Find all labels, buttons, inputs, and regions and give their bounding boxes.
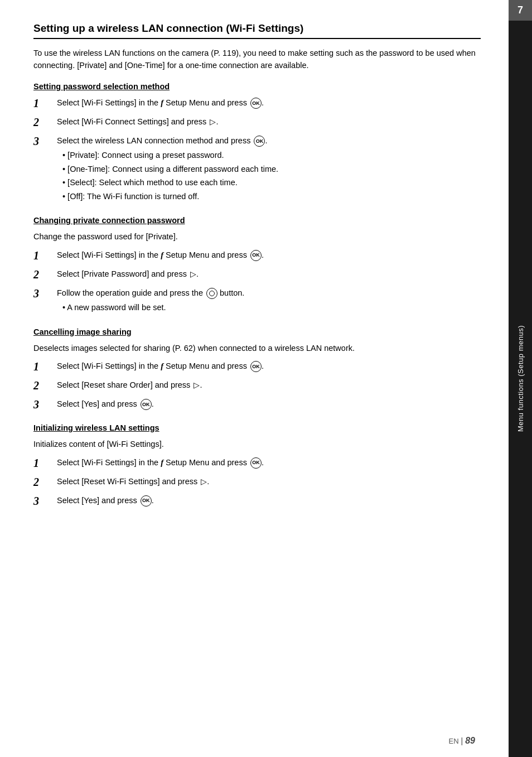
step-number: 1 xyxy=(33,360,54,373)
step-item: 1 Select [Wi-Fi Settings] in the f Setup… xyxy=(33,360,481,373)
bullet-list: [Private]: Connect using a preset passwo… xyxy=(62,149,481,202)
ok-icon: OK xyxy=(250,98,262,109)
bullet-text: A new password will be set. xyxy=(67,303,166,312)
step-item: 1 Select [Wi-Fi Settings] in the f Setup… xyxy=(33,97,481,110)
step-content: Select the wireless LAN connection metho… xyxy=(57,134,481,204)
step-number: 2 xyxy=(33,379,54,392)
step-item: 1 Select [Wi-Fi Settings] in the f Setup… xyxy=(33,249,481,262)
steps-list: 1 Select [Wi-Fi Settings] in the f Setup… xyxy=(33,97,481,204)
step-number: 2 xyxy=(33,268,54,281)
steps-list: 1 Select [Wi-Fi Settings] in the f Setup… xyxy=(33,249,481,315)
step-number: 2 xyxy=(33,475,54,489)
bullet-item: [One-Time]: Connect using a different pa… xyxy=(62,163,481,175)
step-item: 1 Select [Wi-Fi Settings] in the f Setup… xyxy=(33,456,481,470)
page-footer-text: EN | 89 xyxy=(449,736,476,746)
section-desc-initializing: Initializes content of [Wi-Fi Settings]. xyxy=(33,438,481,450)
step-content: Select [Reset share Order] and press ▷. xyxy=(57,379,481,392)
section-desc-changing: Change the password used for [Private]. xyxy=(33,230,481,243)
ok-icon: OK xyxy=(141,399,152,410)
ok-icon: OK xyxy=(250,457,262,469)
arrow-right-icon: ▷ xyxy=(190,268,196,281)
step-item: 2 Select [Private Password] and press ▷. xyxy=(33,268,481,281)
target-icon xyxy=(206,288,217,299)
bullet-text: [One-Time]: Connect using a different pa… xyxy=(67,165,278,173)
step-content: Select [Wi-Fi Settings] in the f Setup M… xyxy=(57,249,481,261)
page-number: 89 xyxy=(465,736,475,746)
step-item: 3 Select the wireless LAN connection met… xyxy=(33,134,481,204)
sidebar-chapter-label: Menu functions (Setup menus) xyxy=(516,325,525,432)
setup-icon: f xyxy=(161,361,163,370)
step-item: 3 Follow the operation guide and press t… xyxy=(33,287,481,315)
step-content: Select [Reset Wi-Fi Settings] and press … xyxy=(57,475,481,488)
ok-icon: OK xyxy=(254,136,265,147)
step-item: 2 Select [Reset share Order] and press ▷… xyxy=(33,379,481,392)
bullet-item: [Off]: The Wi-Fi function is turned off. xyxy=(62,190,481,202)
bullet-text: [Off]: The Wi-Fi function is turned off. xyxy=(67,192,199,201)
bullet-item: A new password will be set. xyxy=(62,301,481,314)
setup-icon: f xyxy=(161,458,163,467)
section-changing-password: Changing private connection password Cha… xyxy=(33,216,481,315)
page-footer: EN | 89 xyxy=(449,736,476,746)
arrow-right-icon: ▷ xyxy=(201,476,207,488)
setup-icon: f xyxy=(161,98,163,107)
sidebar: 7 Menu functions (Setup menus) xyxy=(509,0,532,757)
bullet-list: A new password will be set. xyxy=(62,301,481,314)
section-heading-cancelling: Cancelling image sharing xyxy=(33,327,481,336)
page-title: Setting up a wireless LAN connection (Wi… xyxy=(33,22,481,39)
section-password-selection: Setting password selection method 1 Sele… xyxy=(33,82,481,204)
section-heading-initializing: Initializing wireless LAN settings xyxy=(33,423,481,432)
step-number: 2 xyxy=(33,115,54,129)
ok-icon: OK xyxy=(250,361,262,372)
step-number: 3 xyxy=(33,287,54,300)
step-number: 3 xyxy=(33,494,54,508)
step-item: 2 Select [Wi-Fi Connect Settings] and pr… xyxy=(33,115,481,129)
step-content: Select [Wi-Fi Settings] in the f Setup M… xyxy=(57,456,481,469)
step-content: Follow the operation guide and press the… xyxy=(57,287,481,315)
sidebar-chapter-number: 7 xyxy=(509,0,532,21)
section-heading-password: Setting password selection method xyxy=(33,82,481,91)
bullet-item: [Select]: Select which method to use eac… xyxy=(62,176,481,189)
step-content: Select [Yes] and press OK. xyxy=(57,398,481,410)
step-number: 3 xyxy=(33,134,54,148)
step-number: 1 xyxy=(33,97,54,110)
section-initializing-lan: Initializing wireless LAN settings Initi… xyxy=(33,423,481,507)
ok-icon: OK xyxy=(141,495,152,507)
step-content: Select [Wi-Fi Settings] in the f Setup M… xyxy=(57,97,481,109)
step-number: 3 xyxy=(33,398,54,411)
page-container: Setting up a wireless LAN connection (Wi… xyxy=(0,0,532,757)
arrow-right-icon: ▷ xyxy=(210,116,216,128)
arrow-right-icon: ▷ xyxy=(194,379,200,392)
section-heading-changing: Changing private connection password xyxy=(33,216,481,225)
steps-list: 1 Select [Wi-Fi Settings] in the f Setup… xyxy=(33,360,481,411)
steps-list: 1 Select [Wi-Fi Settings] in the f Setup… xyxy=(33,456,481,508)
step-content: Select [Private Password] and press ▷. xyxy=(57,268,481,281)
footer-divider: | xyxy=(461,736,463,745)
step-item: 2 Select [Reset Wi-Fi Settings] and pres… xyxy=(33,475,481,489)
bullet-text: [Private]: Connect using a preset passwo… xyxy=(67,151,224,160)
step-content: Select [Wi-Fi Settings] in the f Setup M… xyxy=(57,360,481,372)
step-item: 3 Select [Yes] and press OK. xyxy=(33,398,481,411)
setup-icon: f xyxy=(161,250,163,259)
step-item: 3 Select [Yes] and press OK. xyxy=(33,494,481,508)
section-cancelling-sharing: Cancelling image sharing Deselects image… xyxy=(33,327,481,411)
step-number: 1 xyxy=(33,456,54,470)
step-number: 1 xyxy=(33,249,54,262)
en-label: EN xyxy=(449,737,459,745)
step-content: Select [Wi-Fi Connect Settings] and pres… xyxy=(57,115,481,128)
step-content: Select [Yes] and press OK. xyxy=(57,494,481,507)
main-content: Setting up a wireless LAN connection (Wi… xyxy=(0,0,509,757)
bullet-text: [Select]: Select which method to use eac… xyxy=(67,178,238,187)
bullet-item: [Private]: Connect using a preset passwo… xyxy=(62,149,481,161)
ok-icon: OK xyxy=(250,250,262,261)
intro-text: To use the wireless LAN functions on the… xyxy=(33,47,481,72)
section-desc-cancelling: Deselects images selected for sharing (P… xyxy=(33,342,481,354)
